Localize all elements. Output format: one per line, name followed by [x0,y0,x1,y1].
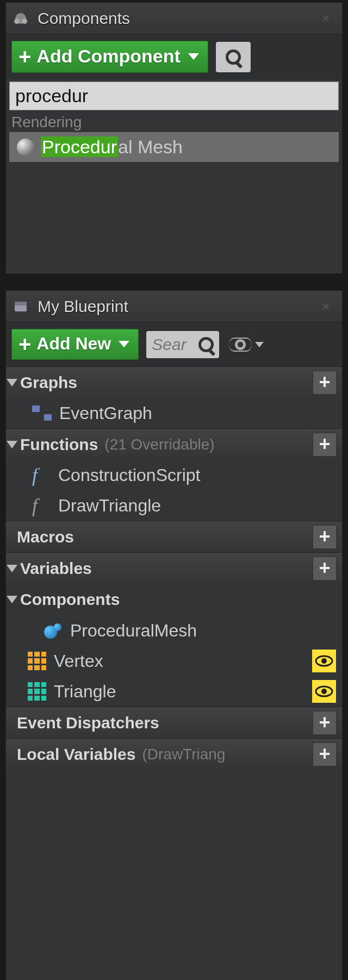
dropdown-category: Rendering [9,110,339,132]
dropdown-caret-icon [188,53,199,60]
section-label: Event Dispatchers [17,714,159,732]
expand-icon [7,441,17,448]
visibility-toggle[interactable] [312,649,337,673]
blueprint-tab-header: My Blueprint × [6,291,342,322]
components-tab-title: Components [38,9,130,28]
plus-icon: + [18,335,31,353]
item-label: ConstructionScript [58,465,200,485]
components-tab-icon [13,10,29,27]
add-variable-button[interactable]: + [313,557,337,580]
svg-point-1 [14,18,20,24]
node-icon [44,622,63,639]
eye-icon [229,338,252,352]
eventgraph-icon [32,405,52,421]
section-functions[interactable]: Functions (21 Overridable) + [6,428,342,460]
eye-icon [315,685,333,697]
section-label: Functions [20,435,98,454]
expand-icon [7,596,17,603]
blueprint-tab-title: My Blueprint [38,297,128,316]
item-label: ProceduralMesh [70,621,197,641]
section-event-dispatchers[interactable]: Event Dispatchers + [6,707,342,738]
blueprint-search[interactable] [146,331,219,358]
close-icon[interactable]: × [316,298,335,315]
section-label: Graphs [20,373,77,392]
function-item-drawtriangle[interactable]: f DrawTriangle [6,490,342,521]
add-dispatcher-button[interactable]: + [313,711,337,735]
array-icon [28,682,46,701]
search-icon [226,49,241,65]
section-var-components[interactable]: Components [6,584,342,615]
section-label: Local Variables [17,745,135,764]
add-new-button[interactable]: + Add New [11,329,139,360]
item-label: Vertex [54,651,103,671]
var-item-proceduralmesh[interactable]: ProceduralMesh [6,615,342,646]
eye-icon [315,655,333,667]
svg-point-6 [321,658,327,664]
components-dropdown: Rendering Procedural Mesh [6,79,342,166]
visibility-filter-button[interactable] [227,334,266,355]
item-label: DrawTriangle [58,496,161,516]
section-macros[interactable]: Macros + [6,521,342,552]
add-component-label: Add Component [36,46,180,67]
dropdown-caret-icon [119,341,129,347]
add-graph-button[interactable]: + [313,371,337,395]
section-local-variables[interactable]: Local Variables (DrawTriang + [6,738,342,770]
function-icon: f [32,464,51,486]
mesh-icon [17,139,34,156]
var-item-vertex[interactable]: Vertex [6,646,342,676]
section-label: Components [20,590,120,609]
blueprint-search-input[interactable] [152,335,195,354]
svg-point-2 [22,18,27,24]
add-local-variable-button[interactable]: + [313,742,337,766]
dropdown-item-procedural-mesh[interactable]: Procedural Mesh [9,132,339,162]
array-icon [28,652,46,670]
blueprint-toolbar: + Add New [6,322,342,366]
function-icon: f [32,494,51,517]
expand-icon [7,379,17,386]
close-icon[interactable]: × [316,10,335,27]
plus-icon: + [18,48,31,65]
components-toolbar: + Add Component [6,34,342,79]
graph-item-eventgraph[interactable]: EventGraph [6,398,342,428]
dropdown-item-name: Procedural Mesh [41,136,183,158]
item-label: Triangle [54,682,116,702]
component-search-input[interactable] [9,82,339,110]
add-component-button[interactable]: + Add Component [11,41,208,73]
highlight-text: Procedur [41,136,118,157]
add-new-label: Add New [36,334,111,354]
search-icon [198,337,214,352]
components-panel: Components × + Add Component Rendering P… [5,2,343,274]
dropdown-caret-icon [255,342,264,347]
components-tab-header: Components × [6,3,342,34]
function-item-constructionscript[interactable]: f ConstructionScript [6,460,342,490]
section-variables[interactable]: Variables + [6,552,342,584]
section-label: Macros [17,528,74,546]
search-button[interactable] [216,42,251,72]
item-label: EventGraph [59,403,152,423]
svg-point-8 [321,689,327,694]
my-blueprint-panel: My Blueprint × + Add New Graphs + EventG… [5,290,343,980]
add-macro-button[interactable]: + [313,525,337,549]
blueprint-tab-icon [13,298,29,315]
section-sublabel: (DrawTriang [142,746,225,763]
visibility-toggle[interactable] [312,679,337,703]
section-graphs[interactable]: Graphs + [6,366,342,398]
section-sublabel: (21 Overridable) [104,436,214,453]
rest-text: al Mesh [118,136,183,157]
var-item-triangle[interactable]: Triangle [6,676,342,707]
section-label: Variables [20,559,92,578]
expand-icon [7,565,17,572]
svg-rect-4 [15,302,27,305]
add-function-button[interactable]: + [313,433,337,457]
